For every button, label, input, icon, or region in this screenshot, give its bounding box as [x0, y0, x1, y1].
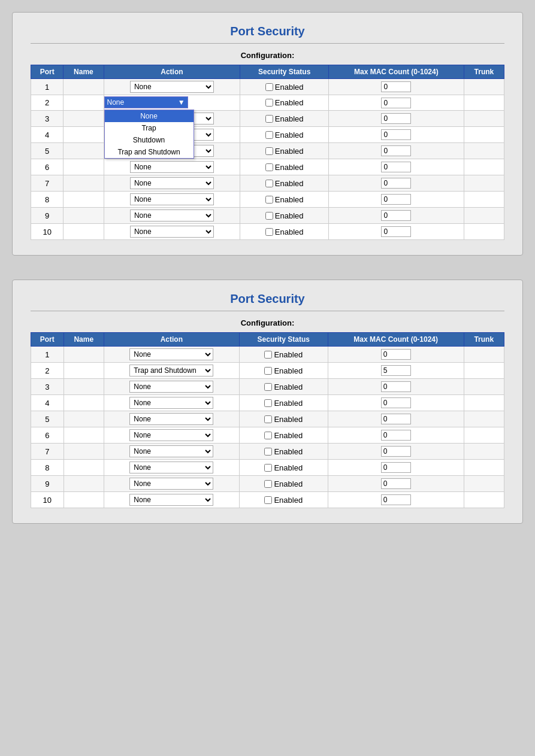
security-status-cell[interactable]: Enabled	[240, 192, 329, 208]
action-select[interactable]: NoneTrapShutdownTrap and Shutdown	[129, 494, 213, 506]
security-status-cell[interactable]: Enabled	[239, 363, 328, 379]
security-status-cell[interactable]: Enabled	[240, 127, 329, 143]
mac-count-cell[interactable]	[328, 411, 464, 427]
enabled-checkbox[interactable]	[264, 351, 272, 359]
enabled-checkbox[interactable]	[265, 147, 273, 155]
security-status-cell[interactable]: Enabled	[239, 460, 328, 476]
mac-count-input[interactable]	[381, 414, 411, 424]
action-cell[interactable]: NoneTrapShutdownTrap and Shutdown	[104, 476, 239, 492]
mac-count-cell[interactable]	[328, 95, 464, 111]
enabled-checkbox[interactable]	[265, 131, 273, 139]
mac-count-input[interactable]	[381, 446, 411, 457]
enabled-checkbox[interactable]	[264, 448, 272, 456]
mac-count-cell[interactable]	[328, 476, 464, 492]
mac-count-input[interactable]	[381, 478, 411, 489]
action-cell[interactable]: NoneTrapShutdownTrap and Shutdown	[104, 460, 239, 476]
mac-count-cell[interactable]	[328, 427, 464, 444]
security-status-cell[interactable]: Enabled	[239, 395, 328, 411]
action-dropdown[interactable]: NoneTrapShutdownTrap and Shutdown	[104, 110, 194, 159]
action-cell[interactable]: NoneTrapShutdownTrap and Shutdown	[104, 347, 239, 363]
enabled-checkbox[interactable]	[264, 399, 272, 407]
dropdown-open-container[interactable]: None▼NoneTrapShutdownTrap and Shutdown	[104, 96, 240, 110]
action-select[interactable]: NoneTrapShutdownTrap and Shutdown	[129, 462, 213, 473]
security-status-cell[interactable]: Enabled	[240, 111, 329, 127]
action-cell[interactable]: NoneTrapShutdownTrap and Shutdown	[104, 411, 239, 427]
security-status-cell[interactable]: Enabled	[239, 347, 328, 363]
enabled-checkbox[interactable]	[264, 496, 272, 504]
action-select[interactable]: NoneTrapShutdownTrap and Shutdown	[130, 161, 214, 173]
dropdown-option[interactable]: None	[105, 110, 194, 122]
mac-count-cell[interactable]	[328, 143, 464, 159]
enabled-checkbox[interactable]	[265, 83, 273, 91]
mac-count-cell[interactable]	[328, 79, 464, 95]
action-select[interactable]: NoneTrapShutdownTrap and Shutdown	[129, 381, 213, 393]
action-cell[interactable]: NoneTrapShutdownTrap and Shutdown	[104, 492, 239, 508]
dropdown-option[interactable]: Shutdown	[105, 134, 194, 146]
mac-count-cell[interactable]	[328, 224, 464, 240]
action-cell[interactable]: NoneTrapShutdownTrap and Shutdown	[104, 224, 240, 240]
action-select[interactable]: NoneTrapShutdownTrap and Shutdown	[129, 445, 213, 457]
mac-count-input[interactable]	[381, 494, 411, 505]
security-status-cell[interactable]: Enabled	[239, 444, 328, 460]
mac-count-cell[interactable]	[328, 379, 464, 395]
enabled-checkbox[interactable]	[265, 163, 273, 171]
enabled-checkbox[interactable]	[264, 415, 272, 423]
mac-count-input[interactable]	[381, 430, 411, 441]
security-status-cell[interactable]: Enabled	[239, 427, 328, 444]
mac-count-input[interactable]	[381, 210, 411, 221]
action-select[interactable]: NoneTrapShutdownTrap and Shutdown	[129, 413, 213, 425]
action-cell[interactable]: NoneTrapShutdownTrap and Shutdown	[104, 208, 240, 224]
action-select[interactable]: NoneTrapShutdownTrap and Shutdown	[130, 193, 214, 205]
enabled-checkbox[interactable]	[264, 480, 272, 488]
mac-count-input[interactable]	[381, 162, 411, 172]
mac-count-input[interactable]	[381, 462, 411, 473]
enabled-checkbox[interactable]	[264, 432, 272, 439]
mac-count-cell[interactable]	[328, 208, 464, 224]
security-status-cell[interactable]: Enabled	[239, 411, 328, 427]
mac-count-input[interactable]	[381, 178, 411, 189]
action-select[interactable]: NoneTrapShutdownTrap and Shutdown	[129, 429, 213, 441]
dropdown-option[interactable]: Trap	[105, 122, 194, 134]
action-cell[interactable]: NoneTrapShutdownTrap and Shutdown	[104, 192, 240, 208]
mac-count-cell[interactable]	[328, 192, 464, 208]
mac-count-cell[interactable]	[328, 492, 464, 508]
action-cell[interactable]: NoneTrapShutdownTrap and Shutdown	[104, 379, 239, 395]
mac-count-input[interactable]	[381, 145, 411, 156]
enabled-checkbox[interactable]	[265, 228, 273, 236]
enabled-checkbox[interactable]	[265, 196, 273, 204]
enabled-checkbox[interactable]	[264, 383, 272, 391]
mac-count-cell[interactable]	[328, 444, 464, 460]
mac-count-input[interactable]	[381, 81, 411, 92]
action-cell[interactable]: NoneTrapShutdownTrap and Shutdown	[104, 427, 239, 444]
action-select[interactable]: NoneTrapShutdownTrap and Shutdown	[130, 177, 214, 189]
mac-count-input[interactable]	[381, 365, 411, 376]
action-select[interactable]: NoneTrapShutdownTrap and Shutdown	[130, 226, 214, 238]
action-cell[interactable]: NoneTrapShutdownTrap and Shutdown	[104, 79, 240, 95]
mac-count-cell[interactable]	[328, 175, 464, 192]
enabled-checkbox[interactable]	[264, 464, 272, 472]
action-select[interactable]: NoneTrapShutdownTrap and Shutdown	[129, 478, 213, 490]
security-status-cell[interactable]: Enabled	[240, 95, 329, 111]
security-status-cell[interactable]: Enabled	[239, 492, 328, 508]
enabled-checkbox[interactable]	[265, 99, 273, 107]
mac-count-input[interactable]	[381, 194, 411, 205]
mac-count-cell[interactable]	[328, 159, 464, 175]
mac-count-input[interactable]	[381, 381, 411, 392]
security-status-cell[interactable]: Enabled	[240, 79, 329, 95]
action-select[interactable]: NoneTrapShutdownTrap and Shutdown	[130, 210, 214, 221]
action-select[interactable]: NoneTrapShutdownTrap and Shutdown	[129, 397, 213, 409]
mac-count-cell[interactable]	[328, 460, 464, 476]
security-status-cell[interactable]: Enabled	[240, 208, 329, 224]
mac-count-input[interactable]	[381, 226, 411, 237]
mac-count-input[interactable]	[381, 98, 411, 108]
enabled-checkbox[interactable]	[264, 367, 272, 375]
action-cell[interactable]: NoneTrapShutdownTrap and Shutdown	[104, 444, 239, 460]
security-status-cell[interactable]: Enabled	[239, 379, 328, 395]
security-status-cell[interactable]: Enabled	[240, 143, 329, 159]
mac-count-input[interactable]	[381, 349, 411, 360]
enabled-checkbox[interactable]	[265, 212, 273, 220]
mac-count-input[interactable]	[381, 129, 411, 140]
mac-count-cell[interactable]	[328, 395, 464, 411]
mac-count-cell[interactable]	[328, 363, 464, 379]
action-select[interactable]: NoneTrapShutdownTrap and Shutdown	[130, 81, 214, 93]
